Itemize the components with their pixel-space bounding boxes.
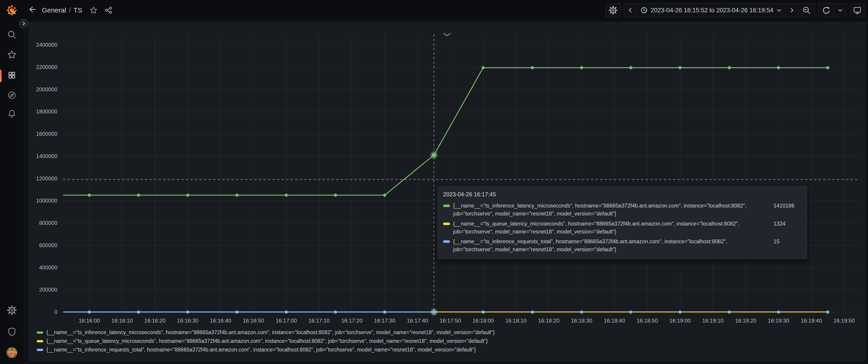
chevron-down-icon <box>776 8 781 13</box>
gear-icon <box>7 305 17 315</box>
clock-icon <box>641 7 648 14</box>
time-range-display[interactable]: 2023-04-26 16:15:52 to 2023-04-26 16:19:… <box>637 3 785 17</box>
time-range-back-button[interactable] <box>624 3 637 17</box>
star-icon <box>7 50 17 60</box>
tooltip-timestamp: 2023-04-26 16:17:45 <box>443 191 801 198</box>
chevron-right-icon <box>789 7 795 13</box>
bell-icon <box>7 109 17 119</box>
tooltip-series-label: {__name__="ts_queue_latency_microseconds… <box>453 220 768 236</box>
sidebar-item-dashboards[interactable] <box>5 69 18 82</box>
chevron-left-icon <box>628 7 633 13</box>
chart-tooltip: 2023-04-26 16:17:45 {__name__="ts_infere… <box>437 186 807 259</box>
legend-label: {__name__="ts_inference_requests_total",… <box>46 347 476 353</box>
refresh-icon <box>822 6 830 15</box>
panel-menu-caret[interactable] <box>443 33 451 37</box>
user-profile-avatar[interactable] <box>6 347 17 358</box>
avatar-icon <box>6 347 17 358</box>
legend-swatch-green <box>37 331 43 334</box>
sidebar-item-search[interactable] <box>5 28 18 41</box>
cycle-view-mode-button[interactable] <box>850 3 865 17</box>
tooltip-series-value: 1410186 <box>771 202 801 210</box>
zoom-out-icon <box>802 6 811 15</box>
legend-label: {__name__="ts_inference_latency_microsec… <box>46 329 495 336</box>
active-section-indicator <box>0 70 2 82</box>
legend-swatch-blue <box>37 349 43 351</box>
expand-sidebar-button[interactable] <box>19 19 28 28</box>
sidebar-item-server-admin[interactable] <box>5 326 18 338</box>
legend-item[interactable]: {__name__="ts_queue_latency_microseconds… <box>37 338 495 344</box>
refresh-button[interactable] <box>818 3 834 17</box>
refresh-interval-dropdown[interactable] <box>834 3 846 17</box>
time-picker-group: 2023-04-26 16:15:52 to 2023-04-26 16:19:… <box>624 3 815 17</box>
dashboards-grid-icon <box>7 70 17 80</box>
star-icon <box>89 6 98 15</box>
sidebar-item-explore[interactable] <box>5 89 18 102</box>
time-range-forward-button[interactable] <box>785 3 798 17</box>
topbar-left: General / TS <box>0 4 115 17</box>
search-icon <box>7 30 17 39</box>
share-icon <box>105 6 113 14</box>
sidebar <box>0 21 24 364</box>
chevron-down-icon <box>838 8 843 13</box>
grafana-logo-icon <box>5 4 18 17</box>
top-bar: General / TS <box>0 0 868 21</box>
chevron-right-icon <box>22 21 26 26</box>
tooltip-swatch-green <box>443 204 450 207</box>
breadcrumb-folder[interactable]: General <box>42 6 66 14</box>
tooltip-series-value: 15 <box>771 237 801 246</box>
gear-icon <box>609 6 618 15</box>
time-range-text: 2023-04-26 16:15:52 to 2023-04-26 16:19:… <box>651 7 773 14</box>
tooltip-series-label: {__name__="ts_inference_latency_microsec… <box>453 202 768 218</box>
grafana-logo[interactable] <box>0 4 24 17</box>
topbar-right: 2023-04-26 16:15:52 to 2023-04-26 16:19:… <box>606 3 865 17</box>
sidebar-item-starred[interactable] <box>5 48 18 61</box>
breadcrumb: General / TS <box>42 6 82 14</box>
breadcrumb-separator: / <box>69 6 71 14</box>
tooltip-row: {__name__="ts_inference_latency_microsec… <box>443 202 801 218</box>
tooltip-row: {__name__="ts_inference_requests_total",… <box>443 237 801 254</box>
tooltip-row: {__name__="ts_queue_latency_microseconds… <box>443 220 801 236</box>
chevron-down-icon <box>443 33 451 36</box>
legend-item[interactable]: {__name__="ts_inference_latency_microsec… <box>37 329 495 336</box>
shield-icon <box>7 327 17 337</box>
tooltip-swatch-yellow <box>443 223 450 225</box>
legend-label: {__name__="ts_queue_latency_microseconds… <box>46 338 488 344</box>
zoom-out-time-button[interactable] <box>798 3 815 17</box>
legend-swatch-yellow <box>37 340 43 342</box>
sidebar-item-alerting[interactable] <box>5 108 18 120</box>
legend-item[interactable]: {__name__="ts_inference_requests_total",… <box>37 347 495 353</box>
arrow-left-icon <box>27 5 37 15</box>
back-button[interactable] <box>26 4 39 17</box>
monitor-icon <box>853 6 862 15</box>
dashboard-settings-button[interactable] <box>606 3 621 17</box>
share-dashboard-button[interactable] <box>102 4 115 17</box>
breadcrumb-dashboard[interactable]: TS <box>73 6 82 14</box>
sidebar-item-configuration[interactable] <box>5 304 18 317</box>
refresh-group <box>818 3 847 17</box>
tooltip-swatch-blue <box>443 240 450 243</box>
star-dashboard-button[interactable] <box>87 4 100 17</box>
tooltip-series-label: {__name__="ts_inference_requests_total",… <box>453 237 768 254</box>
tooltip-series-value: 1324 <box>771 220 801 228</box>
compass-icon <box>7 90 17 100</box>
legend: {__name__="ts_inference_latency_microsec… <box>37 329 495 353</box>
